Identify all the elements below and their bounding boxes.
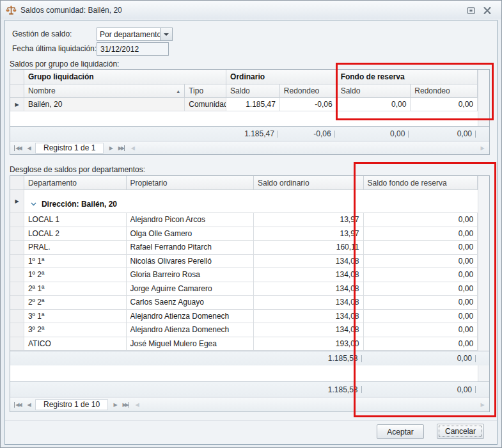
cell-saldo-ordinario[interactable]: 13,97 — [254, 227, 364, 241]
cell-propietario[interactable]: Olga Olle Gamero — [127, 227, 254, 241]
cell-propietario[interactable]: Jorge Aguirre Camarero — [127, 282, 254, 296]
cell-departamento[interactable]: 3º 2ª — [24, 323, 127, 337]
row-indicator-cell — [10, 213, 24, 227]
row-indicator-cell — [10, 337, 24, 351]
cell-departamento[interactable]: PRAL. — [24, 241, 127, 255]
indicator-header-cell — [10, 84, 24, 98]
row-indicator-cell — [10, 268, 24, 282]
cell-propietario[interactable]: José Miguel Mulero Egea — [127, 337, 254, 351]
column-header-propietario[interactable]: Propietario — [127, 176, 254, 190]
footer-redondeo-reserva: 0,00 — [411, 127, 478, 141]
record-indicator: Registro 1 de 10 — [35, 399, 108, 410]
accept-button[interactable]: Aceptar — [377, 424, 424, 439]
cell-saldo-ordinario[interactable]: 134,08 — [254, 268, 364, 282]
close-icon[interactable] — [482, 5, 493, 15]
column-header-departamento[interactable]: Departamento — [24, 176, 127, 190]
fecha-liquidacion-label: Fecha última liquidación: — [12, 44, 97, 53]
footer-spacer — [10, 382, 254, 397]
scales-icon — [6, 5, 17, 16]
cell-saldo-ordinario[interactable]: 160,11 — [254, 241, 364, 255]
titlebar[interactable]: Saldos comunidad: Bailén, 20 — [1, 1, 501, 20]
footer-spacer — [10, 127, 226, 141]
scroll-left-button[interactable]: ◀ — [127, 143, 137, 153]
groups-section-label: Saldos por grupo de liquidación: — [10, 60, 119, 68]
cell-propietario[interactable]: Alejandro Picon Arcos — [127, 213, 254, 227]
cell-propietario[interactable]: Alejandro Atienza Domenech — [127, 323, 254, 337]
column-header-redondeo-ordinario[interactable]: Redondeo — [280, 84, 337, 98]
cell-tipo[interactable]: Comunidad — [185, 98, 226, 111]
gestion-saldo-combobox[interactable]: Por departamento — [97, 28, 173, 41]
cell-saldo-ordinario[interactable]: 13,97 — [254, 213, 364, 227]
restore-button[interactable] — [465, 5, 476, 15]
cell-departamento[interactable]: 1º 1ª — [24, 255, 127, 269]
current-row-indicator: ▶ — [10, 98, 24, 111]
column-header-saldo-ordinario[interactable]: Saldo — [226, 84, 280, 98]
nav-next-button[interactable]: ▶ — [109, 399, 120, 410]
cell-saldo-ordinario[interactable]: 134,08 — [254, 323, 364, 337]
nav-prev-button[interactable]: ◀ — [23, 399, 34, 410]
cell-departamento[interactable]: 2º 2ª — [24, 296, 127, 310]
cell-departamento[interactable]: ATICO — [24, 337, 127, 351]
cell-saldo-ordinario[interactable]: 134,08 — [254, 255, 364, 269]
cancel-button[interactable]: Cancelar — [437, 424, 484, 439]
nav-next-button[interactable]: ▶ — [105, 143, 116, 153]
cell-saldo-ordinario[interactable]: 134,08 — [254, 310, 364, 324]
footer-separator — [5, 420, 497, 420]
group-row-label: Dirección: Bailén, 20 — [42, 200, 117, 209]
band-grupo-liquidacion[interactable]: Grupo liquidación — [24, 70, 226, 84]
cell-departamento[interactable]: 2ª 1ª — [24, 282, 127, 296]
highlight-box-fondo-reserva-groups — [336, 63, 494, 120]
column-header-tipo[interactable]: Tipo — [185, 84, 226, 98]
record-indicator: Registro 1 de 1 — [35, 143, 104, 154]
group-footer-saldo-ordinario: 1.185,53 — [254, 351, 364, 365]
cell-propietario[interactable]: Rafael Ferrando Pitarch — [127, 241, 254, 255]
gestion-saldo-value: Por departamento — [97, 28, 160, 40]
cell-departamento[interactable]: 1º 2ª — [24, 268, 127, 282]
grand-footer-saldo-ordinario: 1.185,53 — [254, 382, 364, 397]
breakdown-section-label: Desglose de saldos por departamentos: — [10, 165, 145, 174]
nav-first-button[interactable]: ◀◀ — [12, 399, 23, 410]
nav-last-button[interactable]: ▶▶ — [116, 143, 127, 153]
summary-footer-row: 1.185,47 -0,06 0,00 0,00 — [10, 126, 489, 141]
scroll-left-button[interactable]: ◀ — [131, 399, 142, 410]
scroll-right-button[interactable]: ▶ — [476, 143, 487, 153]
column-header-nombre[interactable]: Nombre ▲ — [24, 84, 185, 98]
current-row-indicator: ▶ — [10, 190, 24, 213]
footer-saldo-ordinario: 1.185,47 — [226, 127, 280, 141]
cell-propietario[interactable]: Gloria Barreiro Rosa — [127, 268, 254, 282]
nav-last-button[interactable]: ▶▶ — [120, 399, 131, 410]
cell-propietario[interactable]: Alejandro Atienza Domenech — [127, 310, 254, 324]
cell-nombre[interactable]: Bailén, 20 — [24, 98, 185, 111]
chevron-down-icon[interactable] — [160, 28, 172, 40]
dialog-window: Saldos comunidad: Bailén, 20 Gestión de … — [0, 0, 502, 448]
footer-spacer — [10, 351, 254, 365]
footer-redondeo-ordinario: -0,06 — [280, 127, 337, 141]
window-title: Saldos comunidad: Bailén, 20 — [20, 6, 122, 15]
band-ordinario[interactable]: Ordinario — [226, 70, 337, 84]
gestion-saldo-label: Gestión de saldo: — [12, 29, 72, 38]
row-indicator-cell — [10, 241, 24, 255]
cell-saldo-ordinario[interactable]: 134,08 — [254, 296, 364, 310]
fecha-liquidacion-field[interactable]: 31/12/2012 — [97, 42, 169, 56]
cell-saldo-ordinario[interactable]: 1.185,47 — [226, 98, 280, 111]
indicator-header-cell — [10, 70, 24, 84]
cell-propietario[interactable]: Nicolás Olivares Perelló — [127, 255, 254, 269]
column-header-label: Nombre — [28, 86, 56, 95]
column-header-saldo-ordinario[interactable]: Saldo ordinario — [254, 176, 364, 190]
cell-departamento[interactable]: 3º 1ª — [24, 310, 127, 324]
cell-saldo-ordinario[interactable]: 134,08 — [254, 282, 364, 296]
cell-departamento[interactable]: LOCAL 2 — [24, 227, 127, 241]
row-indicator-cell — [10, 296, 24, 310]
nav-first-button[interactable]: ◀◀ — [12, 143, 23, 153]
scroll-strip[interactable] — [478, 127, 489, 141]
row-indicator-cell — [10, 255, 24, 269]
cell-saldo-ordinario[interactable]: 193,00 — [254, 337, 364, 351]
cell-propietario[interactable]: Carlos Saenz Aguayo — [127, 296, 254, 310]
sort-asc-icon: ▲ — [176, 89, 180, 93]
nav-prev-button[interactable]: ◀ — [23, 143, 34, 153]
row-indicator-cell — [10, 310, 24, 324]
row-indicator-cell — [10, 323, 24, 337]
chevron-down-icon[interactable] — [31, 199, 36, 208]
cell-redondeo-ordinario[interactable]: -0,06 — [280, 98, 337, 111]
cell-departamento[interactable]: LOCAL 1 — [24, 213, 127, 227]
